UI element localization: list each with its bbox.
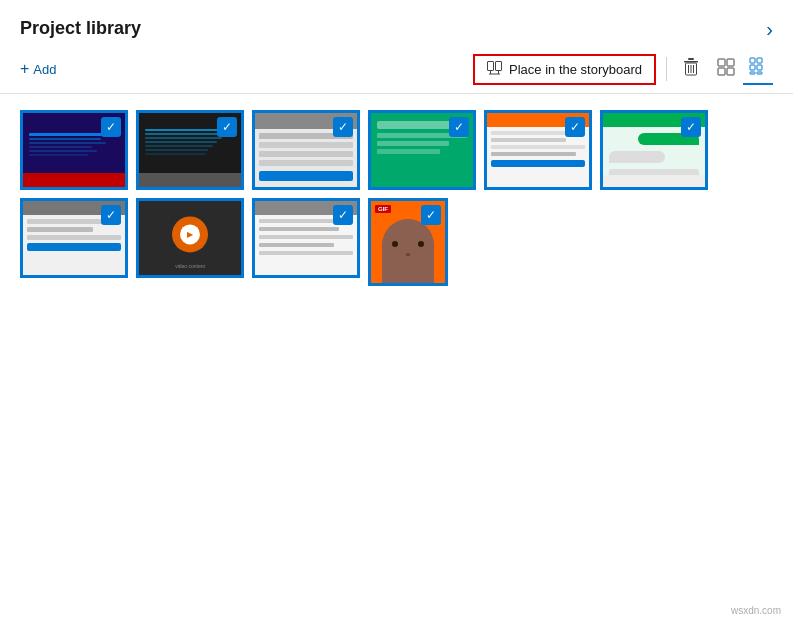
add-button[interactable]: + Add — [20, 56, 64, 82]
thumb-9-check: ✓ — [333, 205, 353, 225]
thumbnail-6[interactable]: ✓ — [600, 110, 708, 190]
svg-rect-1 — [496, 61, 502, 70]
svg-rect-16 — [757, 58, 762, 63]
toolbar: + Add Place in the storyboard — [0, 47, 793, 94]
page-container: Project library › + Add Place in the sto… — [0, 0, 793, 624]
svg-rect-12 — [727, 59, 734, 66]
list-view-button[interactable] — [743, 53, 773, 85]
thumbnails-area: ✓ ✓ — [0, 94, 793, 302]
thumbnail-2[interactable]: ✓ — [136, 110, 244, 190]
close-button[interactable]: › — [766, 19, 773, 39]
svg-rect-14 — [727, 68, 734, 75]
add-label: Add — [33, 62, 56, 77]
storyboard-icon — [487, 61, 503, 78]
thumbnail-8[interactable]: ▶ video content — [136, 198, 244, 278]
plus-icon: + — [20, 60, 29, 78]
svg-rect-13 — [718, 68, 725, 75]
svg-rect-20 — [757, 72, 762, 74]
thumb-4-check: ✓ — [449, 117, 469, 137]
svg-rect-11 — [718, 59, 725, 66]
thumbnail-4[interactable]: ✓ — [368, 110, 476, 190]
thumb-7-check: ✓ — [101, 205, 121, 225]
thumb-6-check: ✓ — [681, 117, 701, 137]
view-toggle — [711, 53, 773, 85]
thumb-1-check: ✓ — [101, 117, 121, 137]
grid-view-button[interactable] — [711, 54, 741, 84]
svg-rect-15 — [750, 58, 755, 63]
svg-rect-18 — [757, 65, 762, 70]
thumb-3-check: ✓ — [333, 117, 353, 137]
svg-rect-17 — [750, 65, 755, 70]
thumbnail-3[interactable]: ✓ — [252, 110, 360, 190]
svg-rect-19 — [750, 72, 755, 74]
thumbnail-1[interactable]: ✓ — [20, 110, 128, 190]
thumbnail-9[interactable]: ✓ — [252, 198, 360, 278]
toolbar-divider — [666, 57, 667, 81]
thumb-10-check: ✓ — [421, 205, 441, 225]
delete-button[interactable] — [677, 54, 705, 84]
header: Project library › — [0, 0, 793, 47]
thumb-2-check: ✓ — [217, 117, 237, 137]
page-title: Project library — [20, 18, 141, 39]
thumbnail-7[interactable]: ✓ — [20, 198, 128, 278]
thumb-5-check: ✓ — [565, 117, 585, 137]
place-storyboard-button[interactable]: Place in the storyboard — [473, 54, 656, 85]
svg-rect-6 — [684, 61, 698, 63]
svg-rect-0 — [488, 61, 494, 70]
watermark: wsxdn.com — [731, 605, 781, 616]
thumbnail-5[interactable]: ✓ — [484, 110, 592, 190]
svg-rect-5 — [688, 58, 694, 60]
thumbnail-10[interactable]: GIF ✓ — [368, 198, 448, 286]
place-storyboard-label: Place in the storyboard — [509, 62, 642, 77]
